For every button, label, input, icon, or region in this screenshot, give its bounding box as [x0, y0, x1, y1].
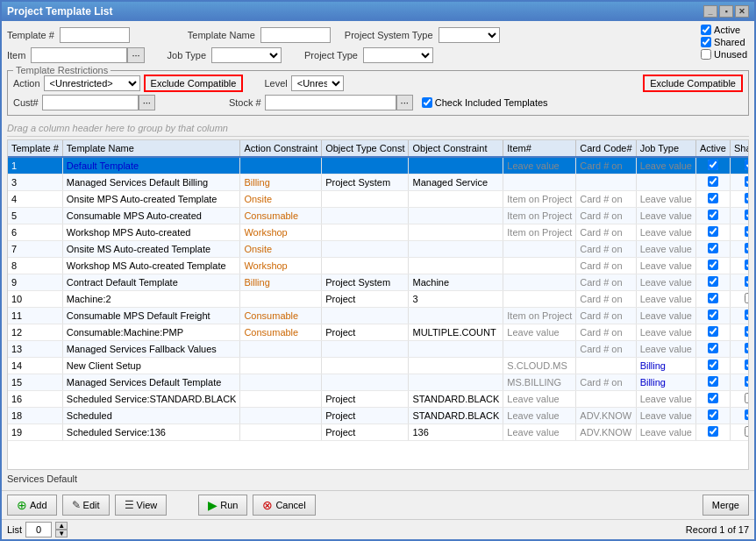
col-obj-type[interactable]: Object Type Const: [322, 140, 409, 157]
stock-browse-button[interactable]: ···: [396, 95, 413, 110]
table-row[interactable]: 3 Managed Services Default Billing Billi…: [8, 174, 749, 191]
run-button[interactable]: ▶ Run: [198, 495, 247, 516]
exclude-compatible-button-2[interactable]: Exclude Compatible: [643, 75, 743, 92]
cell-shared[interactable]: [730, 291, 749, 308]
cell-shared[interactable]: [730, 208, 749, 224]
cell-shared[interactable]: [730, 408, 749, 424]
active-check[interactable]: [708, 243, 718, 253]
cell-shared[interactable]: [730, 174, 749, 191]
cell-shared[interactable]: [730, 374, 749, 391]
cancel-button[interactable]: ⊗ Cancel: [253, 495, 315, 516]
minimize-button[interactable]: _: [703, 5, 717, 18]
cell-shared[interactable]: [730, 191, 749, 208]
cell-active[interactable]: [695, 224, 730, 241]
cell-shared[interactable]: [730, 274, 749, 291]
col-card[interactable]: Card Code#: [576, 140, 636, 157]
cell-shared[interactable]: [730, 391, 749, 408]
shared-check[interactable]: [745, 326, 749, 337]
table-row[interactable]: 16 Scheduled Service:STANDARD.BLACK Proj…: [8, 391, 749, 408]
table-row[interactable]: 1 Default Template Leave value Card # on…: [8, 157, 749, 174]
table-row[interactable]: 4 Onsite MPS Auto-created Template Onsit…: [8, 191, 749, 208]
cell-active[interactable]: [695, 374, 730, 391]
check-included-label[interactable]: Check Included Templates: [422, 97, 548, 108]
cell-shared[interactable]: [730, 324, 749, 341]
cell-shared[interactable]: [730, 424, 749, 441]
shared-checkbox-label[interactable]: Shared: [701, 37, 747, 47]
restore-button[interactable]: ▪: [719, 5, 733, 18]
cell-active[interactable]: [695, 191, 730, 208]
table-row[interactable]: 18 Scheduled Project STANDARD.BLACK Leav…: [8, 408, 749, 424]
stepper-down[interactable]: ▼: [55, 530, 68, 537]
stepper-input[interactable]: [25, 522, 52, 537]
add-button[interactable]: ⊕ Add: [7, 495, 57, 516]
active-check[interactable]: [708, 226, 718, 237]
cell-active[interactable]: [695, 424, 730, 441]
action-select[interactable]: <Unrestricted>: [44, 75, 140, 91]
cell-active[interactable]: [695, 157, 730, 174]
cell-shared[interactable]: [730, 241, 749, 258]
shared-checkbox[interactable]: [701, 37, 711, 47]
unused-checkbox-label[interactable]: Unused: [701, 49, 747, 60]
cell-shared[interactable]: [730, 308, 749, 324]
active-check[interactable]: [708, 359, 718, 370]
shared-check[interactable]: [745, 260, 749, 270]
cell-active[interactable]: [695, 391, 730, 408]
cell-shared[interactable]: [730, 258, 749, 274]
shared-check[interactable]: [745, 293, 749, 303]
shared-check[interactable]: [745, 226, 749, 237]
table-row[interactable]: 15 Managed Services Default Template MS.…: [8, 374, 749, 391]
cell-active[interactable]: [695, 408, 730, 424]
cell-active[interactable]: [695, 341, 730, 358]
template-name-input[interactable]: [260, 27, 331, 43]
table-row[interactable]: 5 Consumable MPS Auto-created Consumable…: [8, 208, 749, 224]
close-button[interactable]: ✕: [735, 5, 749, 18]
shared-check[interactable]: [745, 359, 749, 370]
cell-active[interactable]: [695, 274, 730, 291]
cell-active[interactable]: [695, 208, 730, 224]
active-check[interactable]: [708, 293, 718, 303]
shared-check[interactable]: [745, 243, 749, 253]
check-included-checkbox[interactable]: [422, 97, 432, 108]
cell-active[interactable]: [695, 358, 730, 374]
cell-active[interactable]: [695, 174, 730, 191]
table-row[interactable]: 7 Onsite MS Auto-created Template Onsite…: [8, 241, 749, 258]
cell-active[interactable]: [695, 258, 730, 274]
table-container[interactable]: Template # Template Name Action Constrai…: [7, 139, 749, 470]
cell-active[interactable]: [695, 324, 730, 341]
cell-shared[interactable]: [730, 157, 749, 174]
table-row[interactable]: 11 Consumable MPS Default Freight Consum…: [8, 308, 749, 324]
col-template-name[interactable]: Template Name: [62, 140, 240, 157]
col-obj-constraint[interactable]: Object Constraint: [409, 140, 503, 157]
active-checkbox-label[interactable]: Active: [701, 25, 747, 35]
shared-check[interactable]: [745, 376, 749, 387]
edit-button[interactable]: ✎ Edit: [62, 495, 110, 516]
col-active[interactable]: Active: [695, 140, 730, 157]
table-row[interactable]: 12 Consumable:Machine:PMP Consumable Pro…: [8, 324, 749, 341]
table-row[interactable]: 8 Workshop MS Auto-created Template Work…: [8, 258, 749, 274]
col-shared[interactable]: Shared: [730, 140, 749, 157]
shared-check[interactable]: [745, 176, 749, 187]
active-check[interactable]: [708, 409, 718, 420]
shared-check[interactable]: [745, 210, 749, 220]
level-select[interactable]: <Unres: [291, 75, 344, 91]
active-check[interactable]: [708, 376, 718, 387]
active-check[interactable]: [708, 343, 718, 353]
item-input[interactable]: [31, 47, 127, 63]
project-system-type-select[interactable]: [439, 27, 500, 43]
col-item[interactable]: Item#: [503, 140, 576, 157]
shared-check[interactable]: [745, 426, 749, 437]
active-check[interactable]: [708, 210, 718, 220]
table-row[interactable]: 19 Scheduled Service:136 Project 136 Lea…: [8, 424, 749, 441]
stepper-up[interactable]: ▲: [55, 522, 68, 530]
cell-active[interactable]: [695, 308, 730, 324]
unused-checkbox[interactable]: [701, 49, 711, 60]
active-check[interactable]: [708, 426, 718, 437]
table-row[interactable]: 9 Contract Default Template Billing Proj…: [8, 274, 749, 291]
active-check[interactable]: [708, 393, 718, 403]
cell-active[interactable]: [695, 241, 730, 258]
exclude-compatible-button-1[interactable]: Exclude Compatible: [144, 75, 244, 92]
shared-check[interactable]: [745, 310, 749, 320]
view-button[interactable]: ☰ View: [115, 495, 168, 516]
stock-input[interactable]: [265, 95, 396, 110]
shared-check[interactable]: [745, 409, 749, 420]
